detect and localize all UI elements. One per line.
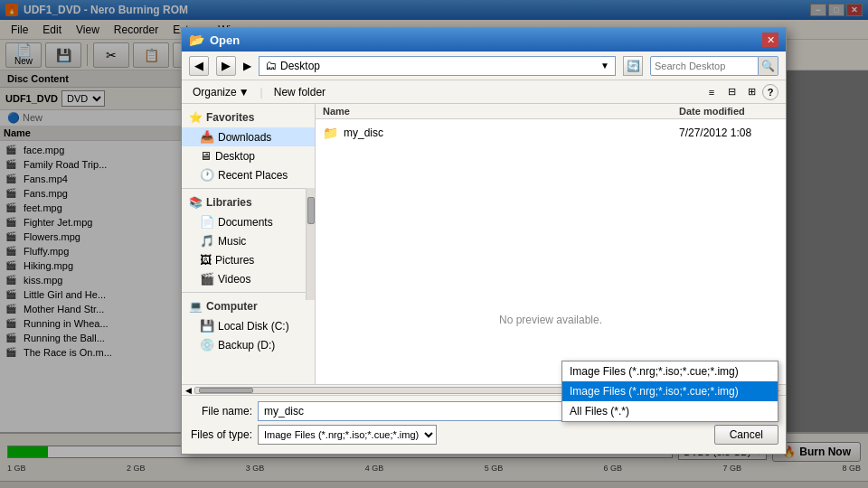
filetype-select[interactable]: Image Files (*.nrg;*.iso;*.cue;*.img) Al… <box>258 425 437 445</box>
view-details-button[interactable]: ⊟ <box>722 84 741 100</box>
favorites-icon: ⭐ <box>189 111 203 124</box>
hscroll-thumb[interactable] <box>199 388 253 393</box>
documents-label: Documents <box>218 216 273 229</box>
dialog-title-bar: 📂 Open ✕ <box>182 28 786 52</box>
breadcrumb-arrow: ▶ <box>243 60 251 72</box>
help-button[interactable]: ? <box>762 84 778 100</box>
dialog-close-button[interactable]: ✕ <box>762 33 778 47</box>
sidebar-item-downloads[interactable]: 📥 Downloads <box>182 127 315 146</box>
libraries-icon: 📚 <box>189 196 203 209</box>
sidebar-item-desktop[interactable]: 🖥 Desktop <box>182 146 315 165</box>
computer-section: 💻 Computer 💾 Local Disk (C:) 💿 Backup (D… <box>182 296 315 354</box>
search-bar: 🔍 <box>650 56 778 76</box>
col-date: Date modified <box>679 106 778 117</box>
view-tile-button[interactable]: ⊞ <box>742 84 760 100</box>
desktop-label: Desktop <box>215 150 255 163</box>
recent-icon: 🕐 <box>200 168 214 182</box>
sidebar-item-videos[interactable]: 🎬 Videos <box>182 269 315 288</box>
computer-icon: 💻 <box>189 300 203 313</box>
sidebar-divider-1 <box>182 188 315 189</box>
forward-button[interactable]: ▶ <box>216 56 236 76</box>
dialog-toolbar: ◀ ▶ ▶ 🗂 Desktop ▼ 🔄 🔍 <box>182 52 786 80</box>
desktop-icon: 🖥 <box>200 149 212 163</box>
search-input[interactable] <box>650 56 759 76</box>
favorites-header: ⭐ Favorites <box>182 108 315 127</box>
favorites-section: ⭐ Favorites 📥 Downloads 🖥 Desktop 🕐 Rece… <box>182 108 315 184</box>
search-button[interactable]: 🔍 <box>759 56 778 76</box>
computer-label: Computer <box>206 300 258 313</box>
local-disk-icon: 💾 <box>200 319 214 333</box>
filetype-row: Files of type: Image Files (*.nrg;*.iso;… <box>189 425 778 445</box>
libraries-header: 📚 Libraries <box>182 192 315 212</box>
open-dialog: 📂 Open ✕ ◀ ▶ ▶ 🗂 Desktop ▼ 🔄 🔍 Organi <box>181 27 787 455</box>
type-option-image-2[interactable]: Image Files (*.nrg;*.iso;*.cue;*.img) <box>562 381 778 401</box>
refresh-button[interactable]: 🔄 <box>623 56 643 76</box>
filetype-container: Image Files (*.nrg;*.iso;*.cue;*.img) Al… <box>258 425 709 445</box>
dialog-files: Name Date modified 📁 my_disc 7/27/2012 1… <box>316 104 786 384</box>
dialog-overlay: 📂 Open ✕ ◀ ▶ ▶ 🗂 Desktop ▼ 🔄 🔍 Organi <box>0 0 868 488</box>
file-name: my_disc <box>344 127 674 139</box>
sidebar-divider-2 <box>182 292 315 293</box>
filetype-label: Files of type: <box>189 428 252 441</box>
address-text: Desktop <box>280 60 320 72</box>
sidebar-item-backup[interactable]: 💿 Backup (D:) <box>182 335 315 354</box>
filename-label: File name: <box>189 405 252 418</box>
col-name: Name <box>323 106 679 117</box>
filetype-dropdown: Image Files (*.nrg;*.iso;*.cue;*.img) Im… <box>561 361 778 422</box>
dialog-body: ⭐ Favorites 📥 Downloads 🖥 Desktop 🕐 Rece… <box>182 104 786 384</box>
local-disk-label: Local Disk (C:) <box>218 320 289 333</box>
file-date: 7/27/2012 1:08 <box>679 127 778 139</box>
toolbar-divider: | <box>260 86 263 99</box>
downloads-label: Downloads <box>218 131 271 144</box>
dialog-title-text: Open <box>210 33 240 47</box>
dialog-sidebar: ⭐ Favorites 📥 Downloads 🖥 Desktop 🕐 Rece… <box>182 104 316 384</box>
sidebar-item-documents[interactable]: 📄 Documents <box>182 212 315 231</box>
organize-button[interactable]: Organize ▼ <box>189 84 253 100</box>
sidebar-item-music[interactable]: 🎵 Music <box>182 231 315 250</box>
type-option-all[interactable]: All Files (*.*) <box>562 401 778 421</box>
libraries-section: 📚 Libraries 📄 Documents 🎵 Music 🖼 Pictur… <box>182 192 315 288</box>
documents-icon: 📄 <box>200 215 214 229</box>
dropdown-arrow: ▼ <box>600 61 609 70</box>
pictures-label: Pictures <box>215 254 254 267</box>
back-button[interactable]: ◀ <box>189 56 209 76</box>
music-icon: 🎵 <box>200 234 214 248</box>
recent-label: Recent Places <box>218 169 288 182</box>
type-option-image-1[interactable]: Image Files (*.nrg;*.iso;*.cue;*.img) <box>562 361 778 381</box>
preview-text: No preview available. <box>499 314 602 326</box>
sidebar-item-local-disk[interactable]: 💾 Local Disk (C:) <box>182 316 315 335</box>
backup-icon: 💿 <box>200 338 214 352</box>
videos-icon: 🎬 <box>200 272 214 286</box>
scroll-left-button[interactable]: ◀ <box>185 386 194 395</box>
organize-label: Organize <box>193 86 237 99</box>
view-buttons: ≡ ⊟ ⊞ ? <box>703 84 778 100</box>
file-col-header: Name Date modified <box>316 104 786 119</box>
sidebar-item-recent[interactable]: 🕐 Recent Places <box>182 165 315 184</box>
organize-toolbar: Organize ▼ | New folder ≡ ⊟ ⊞ ? <box>182 80 786 104</box>
cancel-button[interactable]: Cancel <box>714 425 778 445</box>
pictures-icon: 🖼 <box>200 253 212 267</box>
new-folder-label: New folder <box>274 86 326 99</box>
organize-chevron: ▼ <box>239 86 250 99</box>
music-label: Music <box>218 235 246 248</box>
libraries-label: Libraries <box>206 196 252 209</box>
downloads-icon: 📥 <box>200 130 214 144</box>
file-icon: 📁 <box>323 126 338 140</box>
favorites-label: Favorites <box>206 111 254 124</box>
sidebar-scroll-indicator <box>306 188 315 300</box>
backup-label: Backup (D:) <box>218 339 275 352</box>
file-row-my-disc[interactable]: 📁 my_disc 7/27/2012 1:08 <box>319 123 782 143</box>
folder-title-icon: 📂 <box>189 33 204 47</box>
sidebar-item-pictures[interactable]: 🖼 Pictures <box>182 250 315 269</box>
sidebar-scrollbar-thumb[interactable] <box>307 197 315 224</box>
file-rows: 📁 my_disc 7/27/2012 1:08 <box>316 119 786 256</box>
address-bar[interactable]: 🗂 Desktop ▼ <box>259 56 616 76</box>
videos-label: Videos <box>218 273 250 286</box>
computer-header: 💻 Computer <box>182 296 315 316</box>
folder-addr-icon: 🗂 <box>265 59 277 72</box>
new-folder-button[interactable]: New folder <box>270 84 329 100</box>
dialog-title-left: 📂 Open <box>189 33 240 47</box>
view-list-button[interactable]: ≡ <box>703 84 721 100</box>
